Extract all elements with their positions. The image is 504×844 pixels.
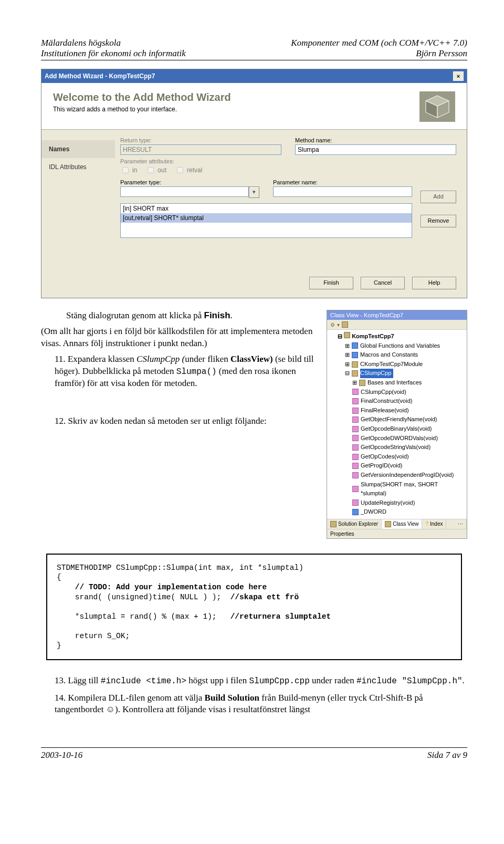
tree-node[interactable]: FinalRelease(void) bbox=[338, 406, 465, 415]
header-rule bbox=[41, 60, 467, 60]
step-12: 12. Skriv av koden nedan så metoden ser … bbox=[55, 415, 317, 427]
tab-solution-explorer[interactable]: Solution Explorer bbox=[327, 519, 382, 529]
doc-header-right2: Björn Persson bbox=[416, 48, 467, 59]
tree-node[interactable]: FinalConstruct(void) bbox=[338, 397, 465, 406]
sidebar-item-names[interactable]: Names bbox=[41, 140, 115, 158]
wizard-welcome: Welcome to the Add Method Wizard bbox=[53, 91, 231, 103]
tree-node-cslumpcpp[interactable]: ⊟CSlumpCpp bbox=[338, 369, 465, 378]
check-out[interactable]: out bbox=[145, 165, 166, 175]
param-listbox[interactable]: [in] SHORT max [out,retval] SHORT* slump… bbox=[120, 203, 412, 238]
tab-index[interactable]: ?Index bbox=[422, 519, 446, 529]
wizard-form: Return type: Method name: Parameter attr… bbox=[115, 130, 467, 266]
wizard-subtitle: This wizard adds a method to your interf… bbox=[53, 106, 231, 113]
tab-class-view[interactable]: Class View bbox=[382, 519, 422, 529]
wizard-title: Add Method Wizard - KompTestCpp7 bbox=[45, 72, 155, 80]
finish-button[interactable]: Finish bbox=[309, 277, 353, 289]
param-type-input[interactable] bbox=[120, 186, 249, 197]
toolbar-icon[interactable]: ⚙ bbox=[330, 322, 335, 328]
folder-icon[interactable] bbox=[342, 321, 348, 328]
doc-header-right1: Komponenter med COM (och COM+/VC++ 7.0) bbox=[291, 38, 467, 48]
classview-icon bbox=[385, 521, 391, 527]
param-name-input[interactable] bbox=[273, 186, 412, 197]
footer-page: Sida 7 av 9 bbox=[427, 750, 467, 760]
tree-node[interactable]: GetOpCodes(void) bbox=[338, 452, 465, 462]
more-icon: ⋯ bbox=[458, 521, 463, 527]
wizard-footer: Finish Cancel Help bbox=[41, 266, 467, 298]
para-close-dialog: Stäng dialogrutan genom att klicka på Fi… bbox=[66, 310, 313, 321]
wizard-sidebar: Names IDL Attributes bbox=[41, 130, 115, 266]
tree-root[interactable]: ⊟ KompTestCpp7 bbox=[338, 332, 465, 341]
label-param-attr: Parameter attributes: bbox=[120, 158, 456, 164]
tree-node[interactable]: GetOpcodeBinaryVals(void) bbox=[338, 424, 465, 434]
check-in[interactable]: in bbox=[120, 165, 137, 175]
step-14: 14. Kompilera DLL-filen genom att välja … bbox=[55, 692, 467, 716]
tree-node[interactable]: GetProgID(void) bbox=[338, 461, 465, 471]
wizard-header: Welcome to the Add Method Wizard This wi… bbox=[41, 83, 467, 130]
add-button[interactable]: Add bbox=[421, 191, 456, 203]
class-view-panel: Class View - KompTestCpp7 ⚙ ▾ ⊟ KompTest… bbox=[327, 310, 467, 539]
tree-node[interactable]: _DWORD bbox=[338, 507, 465, 517]
step-11: 11. Expandera klassen CSlumpCpp (under f… bbox=[55, 353, 317, 389]
class-view-toolbar: ⚙ ▾ bbox=[327, 320, 467, 330]
tree-node[interactable]: GetObjectFriendlyName(void) bbox=[338, 415, 465, 424]
list-item[interactable]: [out,retval] SHORT* slumptal bbox=[121, 213, 412, 223]
class-view-tabs: Solution Explorer Class View ?Index ⋯ bbox=[327, 519, 467, 529]
footer-date: 2003-10-16 bbox=[41, 750, 82, 760]
tree-node[interactable]: ⊞Macros and Constants bbox=[338, 350, 465, 360]
label-method-name: Method name: bbox=[295, 137, 456, 143]
list-item[interactable]: [in] SHORT max bbox=[121, 204, 412, 213]
tree-node-slumpa[interactable]: Slumpa(SHORT max, SHORT *slumptal) bbox=[338, 480, 465, 498]
code-listing: STDMETHODIMP CSlumpCpp::Slumpa(int max, … bbox=[46, 554, 462, 660]
tab-more[interactable]: ⋯ bbox=[446, 519, 467, 529]
class-view-tree[interactable]: ⊟ KompTestCpp7 ⊞Global Functions and Var… bbox=[327, 330, 467, 519]
remove-button[interactable]: Remove bbox=[421, 215, 456, 227]
close-icon[interactable]: × bbox=[453, 71, 464, 81]
tree-node[interactable]: ⊞Global Functions and Variables bbox=[338, 341, 465, 351]
wizard-titlebar: Add Method Wizard - KompTestCpp7 × bbox=[41, 69, 467, 83]
para-note: (Om allt har gjorts i en följd bör källk… bbox=[41, 326, 314, 349]
doc-header-line1: Mälardalens högskola Komponenter med COM… bbox=[41, 38, 467, 48]
tree-node[interactable]: GetOpcodeDWORDVals(void) bbox=[338, 434, 465, 443]
question-icon: ? bbox=[425, 521, 428, 527]
label-param-name: Parameter name: bbox=[273, 179, 412, 185]
step-13: 13. Lägg till #include <time.h> högst up… bbox=[55, 675, 467, 687]
sidebar-item-idl[interactable]: IDL Attributes bbox=[41, 158, 115, 176]
doc-header-left2: Institutionen för ekonomi och informatik bbox=[41, 48, 186, 59]
solution-icon bbox=[330, 521, 337, 527]
param-attr-checks: in out retval bbox=[120, 165, 456, 175]
tree-node[interactable]: ⊞CKompTestCpp7Module bbox=[338, 360, 465, 369]
tree-node[interactable]: UpdateRegistry(void) bbox=[338, 498, 465, 508]
label-param-type: Parameter type: bbox=[120, 179, 259, 185]
doc-header-left1: Mälardalens högskola bbox=[41, 38, 121, 48]
add-method-wizard-window: Add Method Wizard - KompTestCpp7 × Welco… bbox=[41, 69, 467, 298]
help-button[interactable]: Help bbox=[412, 277, 456, 289]
wizard-body: Names IDL Attributes Return type: Method… bbox=[41, 130, 467, 266]
return-type-input[interactable] bbox=[120, 144, 281, 155]
label-return-type: Return type: bbox=[120, 137, 281, 143]
cube-icon bbox=[419, 91, 455, 122]
chevron-down-icon[interactable]: ▾ bbox=[249, 186, 259, 198]
tree-node[interactable]: GetVersionIndependentProgID(void) bbox=[338, 471, 465, 480]
class-view-title: Class View - KompTestCpp7 bbox=[327, 310, 467, 320]
tree-node[interactable]: CSlumpCpp(void) bbox=[338, 388, 465, 397]
properties-label: Properties bbox=[327, 529, 467, 538]
cancel-button[interactable]: Cancel bbox=[361, 277, 405, 289]
method-name-input[interactable] bbox=[295, 144, 456, 155]
check-retval[interactable]: retval bbox=[175, 165, 202, 175]
tree-node[interactable]: GetOpcodeStringVals(void) bbox=[338, 443, 465, 452]
toolbar-icon[interactable]: ▾ bbox=[337, 322, 340, 328]
doc-footer: 2003-10-16 Sida 7 av 9 bbox=[41, 747, 467, 760]
tree-node[interactable]: ⊞Bases and Interfaces bbox=[338, 378, 465, 388]
doc-header-line2: Institutionen för ekonomi och informatik… bbox=[41, 48, 467, 59]
